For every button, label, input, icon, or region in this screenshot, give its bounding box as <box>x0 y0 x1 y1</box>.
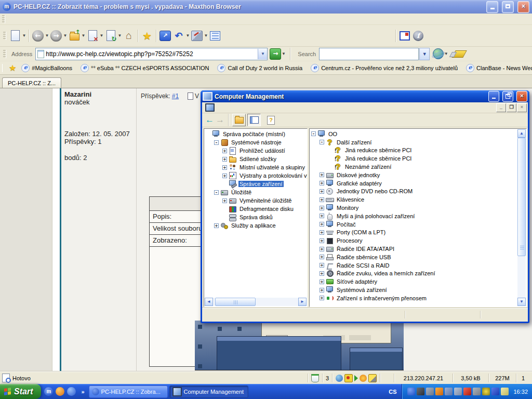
bookmark-item[interactable]: e Call of Duty 2 world in Russia <box>217 64 302 72</box>
tree-item[interactable]: Řadiče zvuku, videa a herních zařízení <box>310 270 517 278</box>
computer-management-window[interactable]: Computer Management × _ ❒ × ← → ? Správa <box>201 90 529 323</box>
toolbar-grip[interactable] <box>3 50 6 58</box>
cm-minimize-button[interactable] <box>488 91 499 102</box>
back-button[interactable]: ← <box>31 29 45 43</box>
tree-expander-icon[interactable] <box>320 263 324 268</box>
tree-item[interactable]: Prohlížeč událostí <box>205 147 307 155</box>
menu-item[interactable] <box>35 15 45 24</box>
task-computer-management[interactable]: Computer Management <box>169 385 248 398</box>
tree-item[interactable]: Klávesnice <box>310 195 517 204</box>
scroll-right-button[interactable]: ► <box>298 298 307 306</box>
address-dropdown[interactable]: ▼ <box>258 49 267 59</box>
tray-messenger-icon[interactable] <box>501 388 509 395</box>
tree-expander-icon[interactable] <box>320 181 324 185</box>
flash-filter-button[interactable]: f <box>411 29 425 43</box>
tray-security-icon[interactable] <box>463 388 471 395</box>
tree-expander-icon[interactable] <box>222 174 227 178</box>
tree-expander-icon[interactable] <box>320 271 324 276</box>
language-indicator[interactable]: CS <box>389 389 396 395</box>
tools-dropdown[interactable]: ▼ <box>204 33 208 38</box>
tray-download-icon[interactable] <box>417 388 424 395</box>
cm-back-icon[interactable]: ← <box>205 115 214 125</box>
tree-item[interactable]: OO <box>310 130 517 138</box>
cm-show-tree-button[interactable] <box>247 114 261 126</box>
tree-expander-icon[interactable] <box>214 140 219 145</box>
menu-item[interactable] <box>73 15 82 24</box>
go-dropdown[interactable]: ▼ <box>281 51 286 56</box>
cm-menu-item[interactable] <box>245 103 254 112</box>
cm-close-button[interactable]: × <box>516 91 527 102</box>
tab-pchelp[interactable]: PC-HELP.CZ :: Z... <box>2 77 61 88</box>
open-folder-dropdown[interactable]: ▼ <box>81 33 86 38</box>
tree-item[interactable]: Jiná redukce sběrnice PCI <box>310 154 517 163</box>
toolbar-grip[interactable] <box>2 64 3 72</box>
tree-expander-icon[interactable] <box>320 247 324 251</box>
bookmark-item[interactable]: e ClanBase - News Wednesda <box>466 64 532 72</box>
scroll-down-button[interactable]: ▼ <box>517 298 526 306</box>
tree-expander-icon[interactable] <box>222 198 227 203</box>
new-page-button[interactable] <box>8 29 22 43</box>
tree-item[interactable]: Diskové jednotky <box>310 171 517 179</box>
tree-expander-icon[interactable] <box>320 172 324 177</box>
scroll-left-button[interactable]: ◄ <box>205 298 213 306</box>
ad-hunter-button[interactable] <box>398 29 411 43</box>
tree-item[interactable]: Defragmentace disku <box>205 205 307 213</box>
media-player-quicklaunch-icon[interactable] <box>56 387 64 396</box>
cm-menu-item[interactable] <box>217 103 226 112</box>
menu-item[interactable] <box>26 15 35 24</box>
tray-reader-icon[interactable] <box>491 388 499 395</box>
cm-help-icon[interactable]: ? <box>267 116 275 125</box>
tray-antivirus-eye-icon[interactable] <box>482 388 490 395</box>
mdi-close-button[interactable]: × <box>517 103 527 112</box>
forward-dropdown[interactable]: ▼ <box>63 33 68 38</box>
cm-forward-icon[interactable]: → <box>216 115 224 125</box>
tree-item[interactable]: Řadiče sběrnice USB <box>310 253 517 261</box>
tree-item[interactable]: Správa počítače (místní) <box>205 130 307 138</box>
web-search-icon[interactable] <box>433 48 444 59</box>
menu-item[interactable] <box>45 15 54 24</box>
scrollbar-thumb[interactable] <box>215 298 256 306</box>
maximize-button[interactable] <box>502 1 514 13</box>
tree-expander-icon[interactable] <box>214 190 219 195</box>
tree-expander-icon[interactable] <box>320 238 324 243</box>
bookmarks-star-icon[interactable]: ★ <box>9 63 16 73</box>
search-input[interactable] <box>320 50 418 58</box>
collector-basket-icon[interactable] <box>311 374 319 382</box>
highlighter-icon[interactable] <box>451 50 467 58</box>
tree-expander-icon[interactable] <box>320 222 324 227</box>
mdi-minimize-button[interactable]: _ <box>496 103 506 112</box>
tree-expander-icon[interactable] <box>320 214 324 218</box>
maxthon-quicklaunch-icon[interactable]: m <box>44 387 53 396</box>
tree-item[interactable]: Myši a jiná polohovací zařízení <box>310 212 517 220</box>
search-engine-dropdown[interactable]: ▼ <box>419 48 430 60</box>
tree-item[interactable]: Správa disků <box>205 213 307 221</box>
tree-item[interactable]: Úložiště <box>205 188 307 196</box>
post-anchor-link[interactable]: #1 <box>172 92 179 100</box>
tray-audio-icon[interactable] <box>473 388 481 395</box>
toolbar-grip[interactable] <box>3 32 6 40</box>
popup-blocker-icon[interactable] <box>344 374 353 382</box>
cm-menu-item[interactable] <box>226 103 235 112</box>
favorites-star-button[interactable]: ★ <box>140 29 154 43</box>
refresh-button[interactable]: ↻ <box>104 29 117 43</box>
menu-item[interactable] <box>82 15 91 24</box>
tree-item[interactable]: Jednotky DVD nebo CD-ROM <box>310 188 517 196</box>
menu-item[interactable] <box>17 15 26 24</box>
tree-expander-icon[interactable] <box>320 255 324 259</box>
mdi-restore-button[interactable]: ❒ <box>507 103 516 112</box>
cm-left-horizontal-scrollbar[interactable]: ◄ ► <box>205 298 307 306</box>
tree-item[interactable]: Výstrahy a protokolování výk <box>205 171 307 180</box>
stop-button[interactable]: × <box>86 29 99 43</box>
post-image[interactable] <box>195 321 404 370</box>
new-page-dropdown[interactable]: ▼ <box>22 33 26 38</box>
bookmark-item[interactable]: e °° eSuba °° CZECH eSPORTS ASSOCIATION <box>81 64 209 72</box>
tray-input-icon[interactable] <box>454 388 462 395</box>
tree-item[interactable]: Řadiče IDE ATA/ATAPI <box>310 245 517 253</box>
cm-titlebar[interactable]: Computer Management × <box>201 90 529 102</box>
screen-capture-button[interactable]: ↗ <box>158 29 172 43</box>
tree-item[interactable]: Systémové nástroje <box>205 138 307 147</box>
tree-item[interactable]: Sdílené složky <box>205 155 307 163</box>
quick-launch-overflow[interactable]: » <box>81 389 84 395</box>
bookmark-item[interactable]: e Centrum.cz - Prověřeno více než 2,3 mi… <box>311 64 458 72</box>
tray-graphics-icon[interactable] <box>426 388 434 395</box>
